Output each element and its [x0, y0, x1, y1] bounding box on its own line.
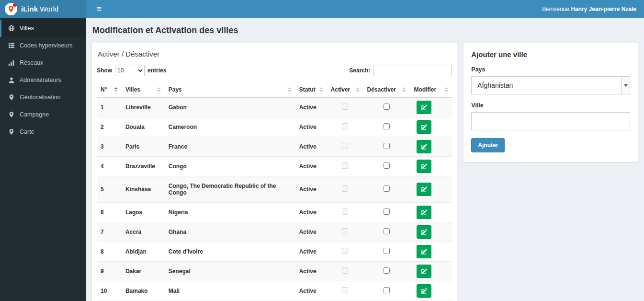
ville-cell: Abidjan — [122, 242, 165, 262]
sidebar: Villes Codes hyperviseurs Réseaux Admini… — [0, 18, 86, 301]
row-number-cell: 1 — [97, 98, 122, 117]
desactiver-checkbox[interactable] — [384, 185, 390, 192]
edit-button[interactable] — [417, 160, 431, 173]
desactiver-cell — [363, 222, 410, 242]
edit-button[interactable] — [417, 183, 431, 196]
list-icon — [8, 42, 15, 49]
sidebar-item-label: Codes hyperviseurs — [20, 42, 72, 49]
villes-table-body: 1LibrevilleGabonActive2DoualaCameroonAct… — [97, 98, 452, 301]
table-row: 9DakarSenegalActive — [97, 262, 452, 281]
column-header-activer[interactable]: Activer — [327, 82, 363, 98]
pays-select[interactable]: Afghanistan — [471, 76, 630, 94]
activer-checkbox[interactable] — [342, 143, 348, 149]
activer-checkbox[interactable] — [342, 208, 348, 215]
activer-checkbox[interactable] — [342, 248, 348, 254]
sidebar-item-campagne[interactable]: Campagne — [0, 106, 86, 123]
top-navbar: iLink World ≡ Bienvenue Hanry Jean-pierr… — [0, 0, 644, 18]
desactiver-cell — [363, 203, 410, 222]
sort-icon — [157, 87, 161, 92]
edit-button[interactable] — [417, 140, 431, 153]
sidebar-item-label: Administrateurs — [20, 77, 61, 83]
sidebar-toggle-button[interactable]: ≡ — [94, 3, 104, 15]
ville-cell: Bamako — [122, 281, 165, 301]
brand-name: iLink World — [21, 5, 58, 13]
activer-checkbox[interactable] — [342, 228, 348, 234]
column-header-num[interactable]: N° — [97, 82, 122, 98]
statut-cell: Active — [295, 117, 327, 137]
sidebar-item-label: Carte — [20, 128, 34, 135]
desactiver-cell — [363, 281, 410, 301]
desactiver-checkbox[interactable] — [384, 248, 390, 254]
ville-cell: Accra — [122, 222, 165, 242]
sidebar-item-carte[interactable]: Carte — [0, 123, 86, 140]
desactiver-checkbox[interactable] — [384, 287, 390, 293]
main-content: Modification et Activation des villes Ac… — [86, 18, 644, 301]
desactiver-cell — [363, 242, 410, 262]
pays-cell: Nigeria — [165, 203, 295, 222]
column-header-statut[interactable]: Statut — [295, 82, 327, 98]
edit-button[interactable] — [417, 284, 431, 298]
edit-button[interactable] — [417, 265, 431, 278]
ville-cell: Kinshasa — [122, 176, 165, 203]
search-input[interactable] — [373, 65, 452, 76]
ville-input[interactable] — [471, 112, 630, 130]
desactiver-checkbox[interactable] — [384, 162, 390, 169]
desactiver-cell — [363, 98, 410, 117]
edit-pencil-icon — [421, 288, 427, 294]
row-number-cell: 8 — [97, 242, 122, 262]
bar-chart-icon — [8, 59, 15, 66]
desactiver-checkbox[interactable] — [384, 267, 390, 274]
sidebar-item-geolocalisation[interactable]: Géolocalisation — [0, 89, 86, 106]
activer-checkbox[interactable] — [342, 267, 348, 274]
edit-button[interactable] — [417, 206, 431, 219]
brand-logo[interactable]: iLink World — [0, 0, 86, 18]
column-header-pays[interactable]: Pays — [165, 82, 295, 98]
desactiver-checkbox[interactable] — [384, 208, 390, 215]
modifier-cell — [410, 222, 452, 242]
desactiver-checkbox[interactable] — [384, 143, 390, 149]
logo-badge-dot — [13, 3, 16, 7]
entries-select[interactable]: 10 — [115, 65, 145, 76]
activer-checkbox[interactable] — [342, 123, 348, 129]
page-title: Modification et Activation des villes — [92, 25, 638, 35]
sidebar-item-reseaux[interactable]: Réseaux — [0, 54, 86, 71]
table-row: 4BrazzavilleCongoActive — [97, 157, 452, 176]
desactiver-checkbox[interactable] — [384, 228, 390, 234]
pays-cell: Cameroon — [165, 117, 295, 137]
brand-name-bold: iLink — [21, 5, 38, 13]
activer-cell — [327, 281, 363, 301]
statut-cell: Active — [295, 176, 327, 203]
activer-checkbox[interactable] — [342, 287, 348, 293]
navbar: ≡ Bienvenue Hanry Jean-pierre Nzale — [86, 0, 644, 18]
ville-cell: Douala — [122, 117, 165, 137]
sidebar-item-administrateurs[interactable]: Administrateurs — [0, 71, 86, 89]
desactiver-cell — [363, 117, 410, 137]
edit-button[interactable] — [417, 120, 431, 134]
activer-checkbox[interactable] — [342, 162, 348, 169]
pays-cell: France — [165, 137, 295, 157]
pays-cell: Congo, The Democratic Republic of the Co… — [165, 176, 295, 203]
brand-name-rest: World — [40, 5, 58, 13]
desactiver-checkbox[interactable] — [384, 104, 390, 110]
desactiver-cell — [363, 157, 410, 176]
sidebar-item-villes[interactable]: Villes — [0, 20, 86, 37]
edit-button[interactable] — [417, 245, 431, 258]
column-header-villes[interactable]: Villes — [122, 82, 165, 98]
activer-cell — [327, 262, 363, 281]
table-header-row: N° Villes Pays Statut Activer Désactiver… — [97, 82, 452, 98]
edit-button[interactable] — [417, 225, 431, 239]
edit-button[interactable] — [417, 101, 431, 114]
activer-checkbox[interactable] — [342, 104, 348, 110]
desactiver-cell — [363, 176, 410, 203]
edit-pencil-icon — [421, 229, 427, 235]
row-number-cell: 6 — [97, 203, 122, 222]
sidebar-item-codes-hyperviseurs[interactable]: Codes hyperviseurs — [0, 37, 86, 54]
ajouter-button[interactable]: Ajouter — [471, 138, 505, 152]
map-marker-icon — [8, 128, 15, 135]
desactiver-checkbox[interactable] — [384, 123, 390, 129]
column-header-desactiver[interactable]: Désactiver — [363, 82, 410, 98]
column-header-modifier[interactable]: Modifier — [410, 82, 452, 98]
modifier-cell — [410, 262, 452, 281]
statut-cell: Active — [295, 203, 327, 222]
activer-checkbox[interactable] — [342, 185, 348, 192]
